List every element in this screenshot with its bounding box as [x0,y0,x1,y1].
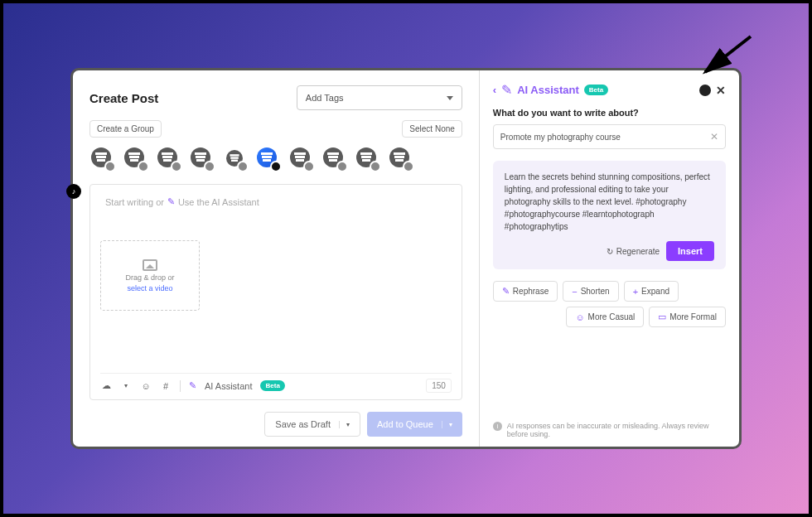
prompt-value: Promote my photography course [500,133,621,142]
network-gbp[interactable] [321,146,348,172]
save-draft-caret[interactable]: ▾ [339,421,350,428]
post-editor[interactable]: Start writing or ✎ Use the AI Assistant … [89,184,462,400]
chevron-down-small-icon[interactable]: ▾ [120,380,132,392]
page-title: Create Post [89,91,158,105]
tiktok-icon: ♪ [66,184,81,199]
expand-label: Expand [641,287,669,296]
transform-tools-row-1: ✎Rephrase −Shorten +Expand [493,281,726,302]
refresh-icon: ↻ [607,245,613,258]
ai-title: AI Assistant [517,84,579,96]
panel-controls: ✕ [699,84,726,97]
add-to-queue-button[interactable]: Add to Queue ▾ [367,412,462,437]
regenerate-label: Regenerate [616,245,660,258]
left-footer: Save as Draft ▾ Add to Queue ▾ [89,412,462,437]
cloud-icon[interactable]: ☁ [100,380,112,392]
ai-disclaimer: i AI responses can be inaccurate or misl… [493,413,726,438]
network-selector-row [89,146,462,172]
casual-icon: ☺ [575,312,584,322]
emoji-icon[interactable]: ☺ [140,380,152,392]
formal-icon: ▭ [658,312,666,322]
select-none-button[interactable]: Select None [402,120,462,138]
char-count: 150 [426,379,452,393]
ai-assistant-toolbar-label[interactable]: AI Assistant [205,381,252,391]
divider [180,380,181,392]
select-video-link[interactable]: select a video [127,284,172,292]
add-tags-label: Add Tags [306,93,344,103]
create-post-panel: Create Post Add Tags Create a Group Sele… [73,70,480,447]
add-to-queue-caret[interactable]: ▾ [442,421,452,428]
editor-header: ♪ [66,184,462,199]
insert-button[interactable]: Insert [666,241,714,261]
left-header: Create Post Add Tags [89,85,462,110]
shorten-button[interactable]: −Shorten [563,281,618,302]
network-facebook[interactable] [156,146,182,172]
ai-wand-icon: ✎ [501,82,512,98]
beta-badge: Beta [260,380,284,391]
rephrase-button[interactable]: ✎Rephrase [493,281,558,302]
hashtag-icon[interactable]: # [160,380,172,392]
info-icon: i [493,422,502,431]
network-pinterest[interactable] [288,146,315,172]
generated-text: Learn the secrets behind stunning compos… [505,171,714,233]
add-to-queue-label: Add to Queue [377,419,433,429]
more-formal-label: More Formal [669,312,717,321]
network-instagram[interactable] [123,146,149,172]
close-icon[interactable]: ✕ [716,84,726,97]
regenerate-button[interactable]: ↻ Regenerate [607,245,660,258]
ai-beta-badge: Beta [584,85,608,95]
more-casual-button[interactable]: ☺More Casual [566,307,644,327]
transform-tools-row-2: ☺More Casual ▭More Formal [493,307,726,327]
expand-button[interactable]: +Expand [624,281,679,302]
generation-actions: ↻ Regenerate Insert [505,241,714,261]
dropzone-text-1: Drag & drop or [125,273,174,282]
more-casual-label: More Casual [588,312,636,321]
minus-icon: − [572,287,577,297]
ai-assistant-panel: ‹ ✎ AI Assistant Beta ✕ What do you want… [480,70,739,447]
network-mastodon[interactable] [355,146,381,172]
add-tags-dropdown[interactable]: Add Tags [297,85,462,110]
editor-toolbar: ☁ ▾ ☺ # ✎ AI Assistant Beta 150 [100,373,452,393]
clear-prompt-icon[interactable]: ✕ [710,131,718,143]
ai-header: ‹ ✎ AI Assistant Beta ✕ [493,82,726,98]
network-twitter[interactable] [89,146,116,172]
more-formal-button[interactable]: ▭More Formal [649,307,726,327]
plus-icon: + [633,287,638,297]
prompt-input[interactable]: Promote my photography course ✕ [493,124,726,149]
media-dropzone[interactable]: Drag & drop or select a video [100,240,200,311]
image-icon [143,259,157,271]
create-group-button[interactable]: Create a Group [89,120,162,138]
generated-result-box: Learn the secrets behind stunning compos… [493,161,726,269]
disclaimer-text: AI responses can be inaccurate or mislea… [507,422,726,438]
rephrase-icon: ✎ [502,286,510,297]
ai-pencil-icon: ✎ [189,380,196,391]
svg-line-0 [705,36,751,72]
rephrase-label: Rephrase [513,287,549,296]
expand-icon[interactable] [699,85,711,96]
group-row: Create a Group Select None [89,120,462,138]
save-draft-button[interactable]: Save as Draft ▾ [264,412,360,437]
save-draft-label: Save as Draft [275,419,331,429]
network-tiktok-selected[interactable] [255,146,282,172]
chevron-down-icon [447,96,453,100]
network-youtube[interactable] [222,146,249,172]
back-button[interactable]: ‹ [493,84,496,96]
prompt-question: What do you want to write about? [493,108,726,118]
shorten-label: Shorten [581,287,610,296]
network-linkedin[interactable] [189,146,215,172]
app-window: Create Post Add Tags Create a Group Sele… [70,68,742,449]
network-other[interactable] [388,146,414,172]
